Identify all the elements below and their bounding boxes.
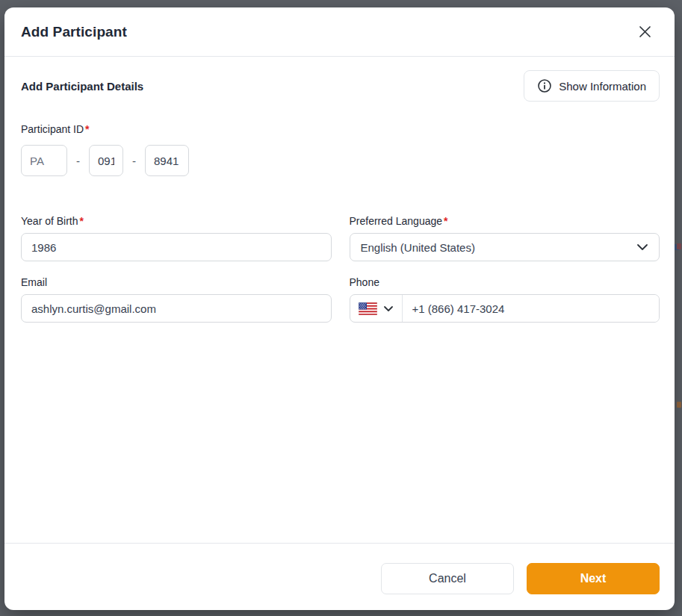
modal-title: Add Participant — [21, 24, 127, 40]
participant-id-segment-1[interactable] — [21, 145, 67, 176]
participant-id-separator: - — [76, 155, 80, 167]
participant-id-label: Participant ID* — [21, 123, 660, 135]
chevron-down-icon — [636, 243, 648, 251]
close-icon — [638, 25, 652, 39]
section-title: Add Participant Details — [21, 80, 143, 93]
preferred-language-value: English (United States) — [361, 241, 475, 254]
modal-footer: Cancel Next — [4, 543, 675, 610]
chevron-down-icon — [383, 305, 394, 312]
next-button[interactable]: Next — [527, 563, 660, 594]
participant-id-separator: - — [132, 155, 136, 167]
preferred-language-label: Preferred Language* — [350, 215, 660, 227]
required-asterisk: * — [444, 215, 447, 227]
required-asterisk: * — [80, 215, 84, 227]
add-participant-modal: Add Participant Add Participant Details — [4, 7, 675, 610]
phone-input-group — [350, 294, 660, 323]
close-button[interactable] — [634, 22, 655, 43]
participant-id-segment-3[interactable] — [145, 145, 189, 176]
email-field: Email — [21, 276, 332, 323]
email-input[interactable] — [21, 294, 332, 323]
phone-field: Phone — [350, 276, 660, 323]
info-icon — [537, 78, 552, 93]
participant-id-segment-2[interactable] — [89, 145, 123, 176]
us-flag-icon — [359, 302, 377, 315]
show-information-label: Show Information — [559, 80, 646, 93]
background-page-fragment — [677, 402, 681, 408]
page-overlay-backdrop: Add Participant Add Participant Details — [0, 0, 682, 616]
background-page-fragment — [677, 243, 681, 249]
cancel-button[interactable]: Cancel — [381, 563, 514, 594]
phone-country-selector[interactable] — [350, 295, 403, 322]
year-of-birth-field: Year of Birth* — [21, 215, 332, 261]
email-label: Email — [21, 276, 332, 288]
phone-number-input[interactable] — [403, 295, 660, 322]
modal-body: Add Participant Details Show Information — [4, 57, 675, 543]
required-asterisk: * — [85, 123, 89, 135]
preferred-language-field: Preferred Language* English (United Stat… — [350, 215, 660, 261]
preferred-language-select[interactable]: English (United States) — [350, 233, 660, 261]
year-of-birth-label: Year of Birth* — [21, 215, 332, 227]
show-information-button[interactable]: Show Information — [524, 70, 660, 102]
phone-label: Phone — [350, 276, 660, 288]
participant-id-field: Participant ID* - - — [21, 123, 660, 176]
year-of-birth-input[interactable] — [21, 233, 332, 261]
modal-header: Add Participant — [4, 7, 675, 57]
